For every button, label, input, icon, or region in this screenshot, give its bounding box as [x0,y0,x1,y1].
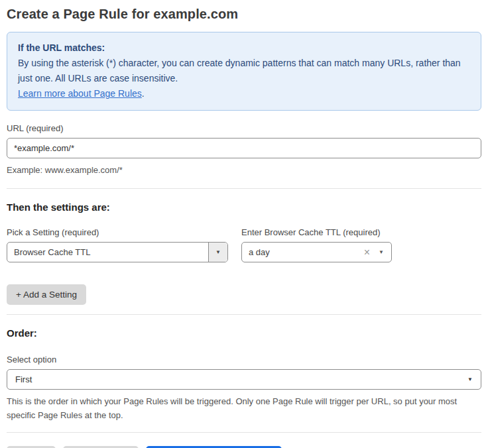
chevron-down-icon[interactable]: ▼ [208,243,227,262]
order-section-heading: Order: [7,327,481,339]
info-box-body: By using the asterisk (*) character, you… [18,56,465,86]
settings-row: Pick a Setting (required) Browser Cache … [7,227,481,262]
url-label: URL (required) [7,123,481,133]
learn-more-link[interactable]: Learn more about Page Rules [18,88,142,99]
settings-section-heading: Then the settings are: [7,201,481,213]
close-icon[interactable]: × [364,247,370,258]
url-field-block: URL (required) Example: www.example.com/… [7,123,481,177]
page-title: Create a Page Rule for example.com [7,7,481,22]
url-match-info-box: If the URL matches: By using the asteris… [7,32,481,111]
create-page-rule-panel: Create a Page Rule for example.com If th… [0,0,488,448]
add-setting-button[interactable]: + Add a Setting [7,284,86,305]
chevron-down-icon[interactable]: ▼ [379,249,384,255]
divider [7,432,481,433]
order-select[interactable]: First ▼ [7,369,481,390]
ttl-label: Enter Browser Cache TTL (required) [241,227,392,237]
ttl-select-value: a day [242,247,364,257]
link-suffix: . [142,88,145,99]
info-box-heading: If the URL matches: [18,40,470,56]
order-select-value: First [7,374,467,384]
setting-picker-column: Pick a Setting (required) Browser Cache … [7,227,228,262]
ttl-picker-column: Enter Browser Cache TTL (required) a day… [241,227,392,262]
chevron-down-icon: ▼ [467,376,473,382]
setting-select[interactable]: Browser Cache TTL ▼ [7,242,228,262]
info-box-link-line: Learn more about Page Rules. [18,86,470,101]
url-input[interactable] [7,138,481,158]
setting-picker-label: Pick a Setting (required) [7,227,228,237]
order-helper-text: This is the order in which your Page Rul… [7,394,481,422]
divider [7,188,481,189]
divider [7,314,481,315]
url-helper-text: Example: www.example.com/* [7,163,481,177]
order-select-label: Select option [7,355,481,364]
setting-select-value: Browser Cache TTL [7,247,208,257]
ttl-select[interactable]: a day × ▼ [241,242,392,262]
